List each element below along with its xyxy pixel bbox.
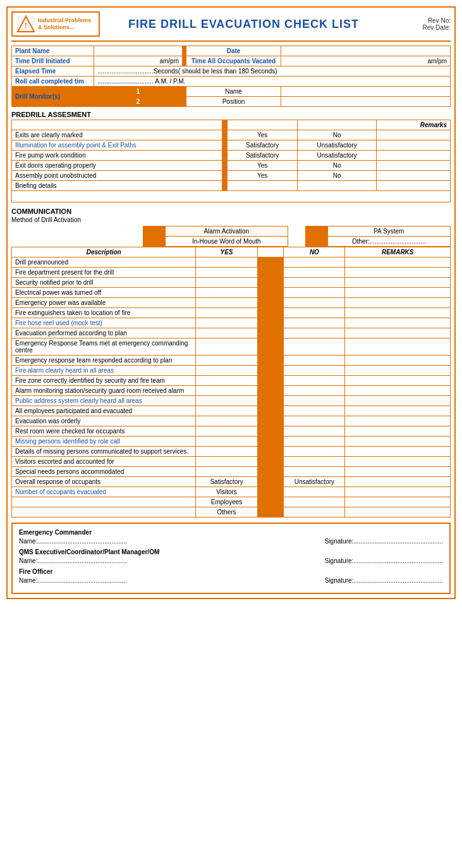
cl-yes-5[interactable]: [196, 308, 257, 318]
cl-remarks-6[interactable]: [345, 318, 451, 328]
cl-yes-3[interactable]: [196, 288, 257, 298]
predrill-blank3: [298, 120, 377, 130]
cl-no-8[interactable]: [284, 338, 345, 356]
cl-overall-remarks[interactable]: [345, 477, 451, 487]
cl-yes-19[interactable]: [196, 457, 257, 467]
predrill-label-0: Exits are clearly marked: [12, 130, 222, 140]
checklist-header: Description YES NO REMARKS: [12, 247, 451, 257]
cl-yes-17[interactable]: [196, 437, 257, 447]
plant-name-value[interactable]: [94, 46, 183, 56]
cl-remarks-1[interactable]: [345, 268, 451, 278]
cl-label-16: Rest room were checked for occupants: [12, 426, 196, 437]
cl-no-7[interactable]: [284, 328, 345, 338]
cl-visitors-remarks[interactable]: [345, 487, 451, 497]
cl-remarks-19[interactable]: [345, 457, 451, 467]
checklist-table: Description YES NO REMARKS Drill preanno…: [11, 247, 451, 518]
cl-employees-value[interactable]: [284, 497, 345, 507]
cl-remarks-15[interactable]: [345, 416, 451, 426]
cl-no-10[interactable]: [284, 366, 345, 376]
cl-visitors-value[interactable]: [284, 487, 345, 497]
predrill-col1-2: Satisfactory: [228, 151, 298, 161]
cl-employees-remarks[interactable]: [345, 497, 451, 507]
predrill-remarks-3[interactable]: [377, 161, 451, 171]
cl-no-15[interactable]: [284, 416, 345, 426]
predrill-remarks-1[interactable]: [377, 140, 451, 151]
cl-no-2[interactable]: [284, 278, 345, 288]
cl-yes-7[interactable]: [196, 328, 257, 338]
cl-no-1[interactable]: [284, 268, 345, 278]
cl-no-17[interactable]: [284, 437, 345, 447]
cl-others-value[interactable]: [284, 507, 345, 518]
monitor1-name-value[interactable]: [281, 87, 451, 97]
logo-area: ! Industrial Problems & Solutions...: [11, 11, 100, 37]
cl-yes-4[interactable]: [196, 298, 257, 308]
cl-yes-15[interactable]: [196, 416, 257, 426]
predrill-remarks-5[interactable]: [377, 181, 451, 191]
sig-row-0: Emergency Commander Name:...............…: [19, 529, 443, 545]
cl-yes-6[interactable]: [196, 318, 257, 328]
cl-others-remarks[interactable]: [345, 507, 451, 518]
cl-remarks-17[interactable]: [345, 437, 451, 447]
cl-no-11[interactable]: [284, 376, 345, 386]
cl-yes-16[interactable]: [196, 426, 257, 437]
cl-no-3[interactable]: [284, 288, 345, 298]
cl-remarks-4[interactable]: [345, 298, 451, 308]
page-title: FIRE DRILL EVACUATION CHECK LIST: [100, 18, 387, 31]
cl-no-18[interactable]: [284, 447, 345, 457]
predrill-col1-0: Yes: [228, 130, 298, 140]
cl-yes-20[interactable]: [196, 467, 257, 477]
cl-no-13[interactable]: [284, 396, 345, 406]
predrill-row-3: Exit doors operating properly Yes No: [12, 161, 451, 171]
cl-no-0[interactable]: [284, 257, 345, 268]
cl-remarks-5[interactable]: [345, 308, 451, 318]
cl-yes-10[interactable]: [196, 366, 257, 376]
cl-remarks-10[interactable]: [345, 366, 451, 376]
comm-sep3: [143, 237, 165, 247]
cl-yes-9[interactable]: [196, 356, 257, 366]
cl-remarks-2[interactable]: [345, 278, 451, 288]
cl-no-14[interactable]: [284, 406, 345, 416]
cl-remarks-3[interactable]: [345, 288, 451, 298]
cl-yes-8[interactable]: [196, 338, 257, 356]
cl-yes-14[interactable]: [196, 406, 257, 416]
cl-no-4[interactable]: [284, 298, 345, 308]
cl-no-9[interactable]: [284, 356, 345, 366]
cl-no-5[interactable]: [284, 308, 345, 318]
cl-row-8: Emergency Response Teams met at emergenc…: [12, 338, 451, 356]
cl-no-16[interactable]: [284, 426, 345, 437]
cl-yes-12[interactable]: [196, 386, 257, 396]
cl-remarks-14[interactable]: [345, 406, 451, 416]
cl-yes-13[interactable]: [196, 396, 257, 406]
predrill-col2-5[interactable]: [298, 181, 377, 191]
cl-no-20[interactable]: [284, 467, 345, 477]
cl-yes-11[interactable]: [196, 376, 257, 386]
predrill-remarks-0[interactable]: [377, 130, 451, 140]
cl-remarks-18[interactable]: [345, 447, 451, 457]
cl-remarks-11[interactable]: [345, 376, 451, 386]
cl-remarks-13[interactable]: [345, 396, 451, 406]
cl-no-12[interactable]: [284, 386, 345, 396]
predrill-remarks-4[interactable]: [377, 171, 451, 181]
cl-row-2: Security notified prior to drill: [12, 278, 451, 288]
cl-remarks-12[interactable]: [345, 386, 451, 396]
cl-remarks-9[interactable]: [345, 356, 451, 366]
cl-yes-18[interactable]: [196, 447, 257, 457]
cl-remarks-16[interactable]: [345, 426, 451, 437]
cl-no-19[interactable]: [284, 457, 345, 467]
cl-yes-2[interactable]: [196, 278, 257, 288]
comm-sep1: [143, 226, 165, 237]
comm-empty1: [11, 226, 143, 237]
cl-remarks-0[interactable]: [345, 257, 451, 268]
cl-yes-1[interactable]: [196, 268, 257, 278]
cl-yes-0[interactable]: [196, 257, 257, 268]
predrill-col1-5[interactable]: [228, 181, 298, 191]
predrill-remarks-2[interactable]: [377, 151, 451, 161]
monitor2-pos-value[interactable]: [281, 97, 451, 107]
cl-label-18: Details of missing persons communicated …: [12, 447, 196, 457]
date-value[interactable]: [281, 46, 451, 56]
cl-remarks-8[interactable]: [345, 338, 451, 356]
cl-remarks-7[interactable]: [345, 328, 451, 338]
cl-label-8: Emergency Response Teams met at emergenc…: [12, 338, 196, 356]
cl-no-6[interactable]: [284, 318, 345, 328]
cl-remarks-20[interactable]: [345, 467, 451, 477]
